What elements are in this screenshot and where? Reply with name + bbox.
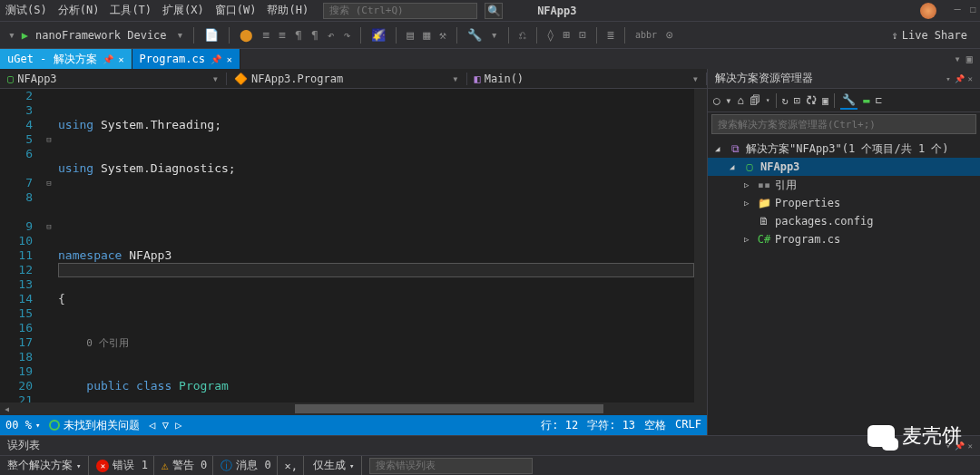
tab-nuget[interactable]: uGet - 解决方案 📌 ✕ [0,49,132,69]
grid-icon[interactable]: ⊞ [561,28,573,42]
layers-icon[interactable]: ▤ [404,28,416,42]
avatar[interactable] [920,3,936,19]
sort-icon[interactable]: ≣ [604,28,617,42]
warnings-filter[interactable]: ⚠ 警告 0 [156,456,213,475]
nest-icon[interactable]: 🗐 [750,94,760,107]
solution-node[interactable]: ◢ ⧉ 解决方案"NFApp3"(1 个项目/共 1 个) [708,140,980,158]
chevron-down-icon[interactable]: ▾ [174,28,187,42]
pin-icon[interactable]: 📌 [103,54,113,64]
column-indicator[interactable]: 字符: 13 [587,418,635,433]
fold-gutter[interactable]: ⊟⊟⊟ [44,89,54,402]
explorer-search-input[interactable] [711,114,976,134]
tool-icon[interactable]: 🌠 [368,28,388,42]
tool2-icon[interactable]: ⚒ [436,28,449,42]
error-search-input[interactable] [369,458,533,474]
code-content[interactable]: using System.Threading; using System.Dia… [58,89,694,402]
intellisense-filter[interactable]: ✕, [279,456,304,475]
flame-icon[interactable]: ▾ [488,28,501,42]
chevron-down-icon[interactable]: ▾ [946,74,950,83]
code-editor[interactable]: ↔ ⇄ ＋ 23456789101112131415161718192021 ⊟… [0,89,707,402]
play-icon[interactable]: ▶ [22,29,28,42]
layers2-icon[interactable]: ▦ [420,28,433,42]
menu-analyze[interactable]: 分析(N) [56,1,102,20]
indent-mode[interactable]: 空格 [644,418,666,433]
warn-nav[interactable]: ◁ ▽ ▷ [149,419,181,431]
close-icon[interactable]: ✕ [119,54,124,64]
messages-filter[interactable]: ⓘ 消息 0 [215,456,277,475]
search-input[interactable] [323,3,477,19]
expand-icon[interactable]: ▷ [744,199,753,208]
undo-icon[interactable]: ⎌ [516,28,529,42]
expand-icon[interactable]: ▷ [744,180,753,189]
crumb-project[interactable]: ▢ NFApp3 ▾ [0,73,227,85]
wrench-icon[interactable]: 🔧 [465,28,485,42]
menu-tools[interactable]: 工具(T) [108,1,153,20]
dropdown-icon[interactable]: ▾ [5,28,18,42]
tab-program-cs[interactable]: Program.cs 📌 ✕ [132,49,240,69]
scope-filter[interactable]: 整个解决方案 ▾ [0,456,89,475]
menu-extensions[interactable]: 扩展(X) [161,1,206,20]
menu-window[interactable]: 窗口(W) [213,1,259,20]
comment-icon[interactable]: ¶ [292,28,305,42]
scope-icon[interactable]: ⊏ [875,94,881,107]
indent-left-icon[interactable]: ≡ [260,28,272,42]
uncomment-icon[interactable]: ¶ [309,28,321,42]
line-indicator[interactable]: 行: 12 [541,418,578,433]
expand-icon[interactable]: ◢ [715,144,724,153]
start-config[interactable]: nanoFramework Device [32,29,171,42]
collapse-icon[interactable]: ▣ [822,94,828,107]
abbr-icon[interactable]: abbr [632,30,660,40]
menu-test[interactable]: 测试(S) [4,1,49,20]
program-cs-node[interactable]: ▷ C# Program.cs [708,230,980,248]
project-node[interactable]: ◢ ▢ NFApp3 [708,158,980,176]
pin-icon[interactable]: 📌 [955,74,965,83]
zoom-level[interactable]: 00 %▾ [5,419,40,431]
close-icon[interactable]: ✕ [968,441,973,451]
crumb-method[interactable]: ◧ Main() ▾ [467,73,708,85]
nav-forward-icon[interactable]: ↷ [341,28,354,42]
properties-node[interactable]: ▷ 📁 Properties [708,194,980,212]
tab-window-icon[interactable]: ▣ [966,53,973,65]
dot-icon[interactable]: ⊙ [663,28,676,42]
search-icon[interactable]: 🔍 [485,3,503,19]
maximize-icon[interactable]: ☐ [970,3,976,19]
chevron-down-icon[interactable]: ▾ [452,73,458,85]
box-icon[interactable]: ⊡ [576,28,589,42]
build-filter[interactable]: 仅生成 ▾ [306,456,362,475]
expand-icon[interactable]: ◢ [730,162,739,171]
new-item-icon[interactable]: 📄 [201,28,221,42]
showall-icon[interactable]: ⊡ [794,94,800,107]
back-icon[interactable]: ◯ [713,94,720,107]
chevron-down-icon[interactable]: ▾ [766,96,770,104]
breakpoint-icon[interactable]: ⬤ [237,28,256,42]
horizontal-scrollbar[interactable]: ◂ [0,402,707,415]
refresh-icon[interactable]: 🗘 [806,94,817,107]
sync-icon[interactable]: ↻ [782,94,789,107]
home-icon[interactable]: ⌂ [737,94,743,107]
nav-back-icon[interactable]: ↶ [325,28,338,42]
chevron-down-icon[interactable]: ▾ [212,73,219,85]
close-icon[interactable]: ✕ [227,54,232,64]
expand-icon[interactable]: ▷ [744,235,753,244]
errors-filter[interactable]: ✕ 错误 1 [91,456,153,475]
tab-overflow-icon[interactable]: ▾ [955,53,961,65]
issues-status[interactable]: 未找到相关问题 [49,418,140,433]
menu-help[interactable]: 帮助(H) [265,1,310,20]
minimize-icon[interactable]: — [955,3,961,19]
vertical-scrollbar[interactable] [694,89,707,402]
chevron-down-icon[interactable]: ▾ [692,73,699,85]
indent-right-icon[interactable]: ≡ [276,28,289,42]
packages-config-node[interactable]: 🗎 packages.config [708,212,980,230]
liveshare-button[interactable]: ⇪ Live Share [892,29,975,42]
line-ending[interactable]: CRLF [675,418,701,433]
properties-icon[interactable]: 🔧 [840,92,858,110]
references-node[interactable]: ▷ ▪▪ 引用 [708,176,980,194]
fwd-icon[interactable]: ▾ [725,94,731,107]
markup-icon[interactable]: ◊ [544,28,557,42]
crumb-class[interactable]: 🔶 NFApp3.Program ▾ [227,73,467,85]
error-list-header[interactable]: 误列表 ▾📌✕ [0,435,980,455]
pin-icon[interactable]: 📌 [211,54,221,64]
close-icon[interactable]: ✕ [968,74,973,83]
preview-icon[interactable]: ▬ [863,94,869,107]
panel-title[interactable]: 解决方案资源管理器 ▾📌✕ [708,69,980,89]
